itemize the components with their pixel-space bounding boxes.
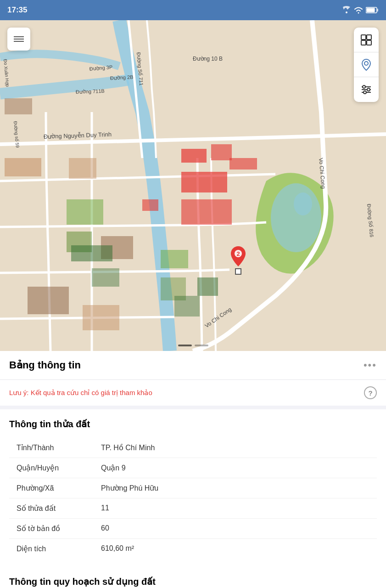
info-label-ward: Phường/Xã <box>9 484 101 492</box>
svg-point-48 <box>364 91 366 94</box>
table-row: Quận/Huyện Quận 9 <box>9 458 377 478</box>
info-panel: Bảng thông tin ••• Lưu ý: Kết quả tra cứ… <box>0 351 386 588</box>
svg-rect-39 <box>367 35 371 40</box>
svg-rect-40 <box>361 40 366 45</box>
filter-button[interactable] <box>354 77 379 102</box>
table-row: Số thửa đất 11 <box>9 498 377 519</box>
svg-rect-41 <box>367 40 371 45</box>
table-row: Diện tích 610,60 m² <box>9 539 377 559</box>
svg-rect-11 <box>28 287 69 314</box>
svg-rect-18 <box>142 199 158 211</box>
hamburger-line-2 <box>14 39 24 40</box>
svg-text:Đường 711B: Đường 711B <box>76 88 105 95</box>
svg-rect-23 <box>71 245 112 261</box>
svg-rect-3 <box>367 8 375 12</box>
svg-point-0 <box>346 11 347 13</box>
info-value-parcel-num: 11 <box>101 504 377 513</box>
wifi-calling-icon <box>342 6 351 14</box>
scroll-indicator <box>178 345 208 346</box>
info-label-province: Tỉnh/Thành <box>9 443 101 452</box>
map-marker[interactable]: 2 <box>229 245 247 275</box>
svg-rect-17 <box>181 199 232 225</box>
svg-rect-2 <box>377 9 379 11</box>
svg-rect-24 <box>92 268 119 287</box>
planning-info-section: Thông tin quy hoạch sử dụng đất <box>0 567 386 588</box>
svg-point-42 <box>364 62 368 65</box>
hamburger-line-3 <box>14 41 24 42</box>
land-info-title: Thông tin thửa đất <box>9 418 377 430</box>
grid-view-button[interactable] <box>354 28 379 52</box>
location-icon <box>361 58 372 71</box>
svg-rect-7 <box>5 158 41 176</box>
info-value-map-sheet: 60 <box>101 524 377 533</box>
panel-more-button[interactable]: ••• <box>364 359 377 371</box>
grid-icon <box>360 34 372 46</box>
map-controls <box>354 28 379 102</box>
marker-square <box>235 268 241 275</box>
planning-info-title: Thông tin quy hoạch sử dụng đất <box>9 576 377 587</box>
map-container[interactable]: Đường Nguyễn Duy Trinh Đường Số 711 Đườn… <box>0 20 386 351</box>
location-button[interactable] <box>354 52 379 77</box>
info-value-province: TP. Hồ Chí Minh <box>101 443 377 452</box>
panel-header: Bảng thông tin ••• <box>0 351 386 380</box>
battery-icon <box>366 7 379 13</box>
status-icons <box>342 6 379 14</box>
panel-title: Bảng thông tin <box>9 359 81 371</box>
status-time: 17:35 <box>7 6 27 15</box>
scroll-dot-1 <box>178 345 192 346</box>
svg-point-5 <box>271 183 321 252</box>
svg-rect-9 <box>69 158 96 179</box>
info-value-ward: Phường Phú Hữu <box>101 484 377 492</box>
svg-rect-14 <box>211 144 232 160</box>
svg-rect-12 <box>83 305 119 330</box>
land-info-section: Thông tin thửa đất Tỉnh/Thành TP. Hồ Chí… <box>0 409 386 563</box>
svg-point-46 <box>363 85 365 88</box>
info-label-district: Quận/Huyện <box>9 464 101 472</box>
info-label-parcel-num: Số thửa đất <box>9 504 101 513</box>
info-value-area: 610,60 m² <box>101 544 377 553</box>
menu-button[interactable] <box>7 28 30 51</box>
svg-rect-38 <box>361 35 366 40</box>
table-row: Tỉnh/Thành TP. Hồ Chí Minh <box>9 438 377 458</box>
svg-rect-16 <box>181 172 227 192</box>
svg-text:Đường 10 B: Đường 10 B <box>193 56 223 62</box>
table-row: Số tờ bản đồ 60 <box>9 519 377 539</box>
wifi-icon <box>354 6 363 14</box>
svg-rect-25 <box>197 277 218 296</box>
svg-rect-15 <box>229 158 257 170</box>
svg-rect-13 <box>181 149 207 163</box>
status-bar: 17:35 <box>0 0 386 20</box>
svg-rect-8 <box>5 98 32 114</box>
map-svg: Đường Nguyễn Duy Trinh Đường Số 711 Đườn… <box>0 20 386 351</box>
svg-rect-21 <box>161 250 188 268</box>
hamburger-line-1 <box>14 36 24 37</box>
info-value-district: Quận 9 <box>101 464 377 472</box>
help-button[interactable]: ? <box>364 386 377 399</box>
filter-icon <box>360 84 372 96</box>
table-row: Phường/Xã Phường Phú Hữu <box>9 478 377 498</box>
info-label-area: Diện tích <box>9 544 101 553</box>
svg-rect-26 <box>174 296 200 317</box>
note-section: Lưu ý: Kết quả tra cứu chỉ có giá trị th… <box>0 380 386 409</box>
note-text: Lưu ý: Kết quả tra cứu chỉ có giá trị th… <box>9 389 152 397</box>
scroll-dot-2 <box>195 345 208 346</box>
svg-point-47 <box>367 88 370 91</box>
pin-icon: 2 <box>229 245 247 267</box>
svg-point-6 <box>294 192 312 215</box>
svg-text:2: 2 <box>236 250 240 257</box>
svg-rect-19 <box>67 199 103 225</box>
info-label-map-sheet: Số tờ bản đồ <box>9 524 101 533</box>
